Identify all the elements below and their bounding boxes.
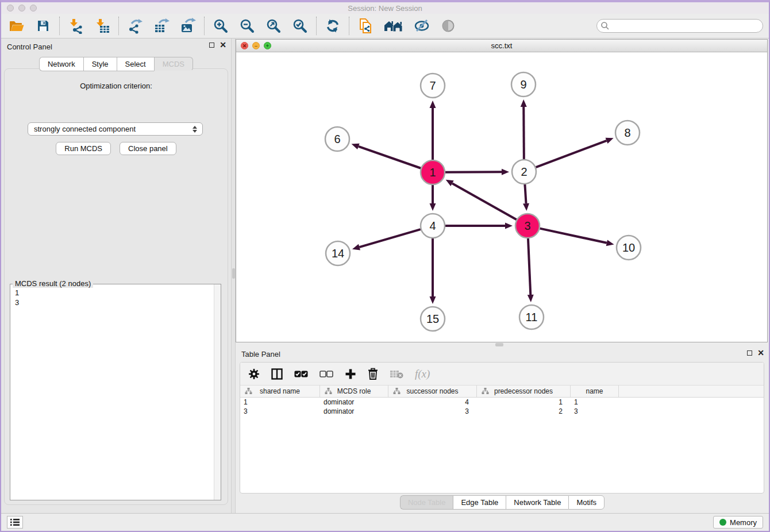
table-row[interactable]: 1 dominator 4 1 1 bbox=[240, 398, 764, 407]
zoom-fit-button[interactable] bbox=[265, 17, 282, 34]
graph-edge-1-6[interactable] bbox=[359, 147, 421, 168]
houses-icon bbox=[384, 20, 403, 32]
hide-graphics-details-button[interactable] bbox=[413, 17, 430, 34]
zoom-in-icon bbox=[213, 18, 228, 33]
tab-select[interactable]: Select bbox=[117, 57, 154, 71]
refresh-icon bbox=[325, 18, 340, 33]
zoom-out-button[interactable] bbox=[238, 17, 256, 34]
apply-layout-button[interactable] bbox=[324, 17, 341, 34]
table-row[interactable]: 3 dominator 3 2 3 bbox=[240, 407, 764, 416]
graph-edge-3-1[interactable] bbox=[452, 183, 517, 219]
result-scrollbar[interactable] bbox=[214, 284, 221, 500]
search-icon bbox=[600, 21, 610, 30]
column-label: predecessor nodes bbox=[494, 387, 553, 395]
graph-node-label: 15 bbox=[426, 313, 439, 325]
hierarchy-icon bbox=[393, 388, 401, 395]
network-window: ✕ – + scc.txt 7968124314101511 bbox=[236, 39, 768, 342]
optimization-criterion-select[interactable]: strongly connected component bbox=[28, 122, 203, 136]
graph-edge-2-3[interactable] bbox=[525, 184, 526, 203]
delete-table-button[interactable] bbox=[390, 369, 403, 379]
close-panel-button[interactable]: Close panel bbox=[120, 142, 176, 155]
unchecked-boxes-icon bbox=[319, 371, 333, 377]
zoom-selected-button[interactable] bbox=[291, 17, 309, 34]
export-image-icon bbox=[180, 18, 196, 34]
add-column-button[interactable] bbox=[345, 368, 356, 380]
duplicate-network-button[interactable] bbox=[357, 17, 374, 34]
table-panel-title: Table Panel bbox=[241, 350, 280, 358]
open-session-button[interactable] bbox=[8, 17, 25, 34]
memory-button[interactable]: Memory bbox=[713, 516, 763, 529]
export-table-button[interactable] bbox=[153, 17, 170, 34]
save-session-button[interactable] bbox=[34, 17, 52, 34]
tab-motifs[interactable]: Motifs bbox=[568, 495, 605, 510]
apply-function-button[interactable]: f(x) bbox=[415, 368, 430, 380]
close-panel-icon[interactable]: ✕ bbox=[220, 43, 226, 48]
table-panel-tabs: Node Table Edge Table Network Table Moti… bbox=[236, 495, 769, 510]
graph-edge-3-10[interactable] bbox=[540, 229, 607, 243]
graph-edge-4-14[interactable] bbox=[359, 229, 420, 247]
select-all-rows-button[interactable] bbox=[294, 371, 308, 377]
graph-node-label: 7 bbox=[429, 79, 436, 92]
tab-mcds[interactable]: MCDS bbox=[154, 57, 193, 71]
plus-icon bbox=[345, 368, 356, 380]
deselect-all-rows-button[interactable] bbox=[319, 371, 333, 377]
checked-boxes-icon bbox=[294, 371, 308, 377]
column-label: name bbox=[586, 387, 603, 395]
tab-edge-table[interactable]: Edge Table bbox=[453, 495, 506, 510]
tab-style[interactable]: Style bbox=[83, 57, 117, 71]
column-header-name[interactable]: name bbox=[571, 385, 619, 397]
splitter-handle[interactable] bbox=[232, 268, 235, 279]
graph-edge-arrowhead bbox=[523, 203, 529, 211]
duplicate-network-icon bbox=[358, 18, 373, 34]
run-mcds-button[interactable]: Run MCDS bbox=[56, 142, 111, 155]
cell-mcds-role: dominator bbox=[320, 407, 388, 416]
dropdown-selected-value: strongly connected component bbox=[34, 125, 136, 133]
delete-columns-button[interactable] bbox=[368, 368, 378, 380]
zoom-in-button[interactable] bbox=[212, 17, 229, 34]
memory-status-dot-icon bbox=[719, 519, 726, 526]
graph-edge-arrowhead bbox=[606, 240, 614, 246]
column-label: shared name bbox=[260, 387, 300, 395]
network-titlebar: ✕ – + scc.txt bbox=[236, 40, 767, 52]
birds-eye-view-button[interactable] bbox=[440, 17, 457, 34]
float-panel-icon[interactable] bbox=[209, 43, 214, 48]
graph-edge-1-2[interactable] bbox=[445, 172, 502, 172]
network-overview-button[interactable] bbox=[383, 17, 404, 34]
graph-node-label: 8 bbox=[624, 126, 630, 139]
search-input[interactable] bbox=[596, 19, 763, 33]
graph-edge-2-8[interactable] bbox=[536, 141, 607, 167]
network-canvas[interactable]: 7968124314101511 bbox=[236, 52, 767, 342]
table-options-button[interactable] bbox=[248, 368, 260, 380]
column-header-shared-name[interactable]: shared name bbox=[240, 385, 320, 397]
status-bar: Memory bbox=[1, 513, 769, 531]
close-table-panel-icon[interactable]: ✕ bbox=[757, 350, 764, 356]
cell-name: 3 bbox=[571, 407, 619, 416]
task-history-button[interactable] bbox=[7, 516, 23, 529]
zoom-fit-icon bbox=[266, 18, 281, 33]
toggle-column-panel-button[interactable] bbox=[271, 368, 283, 380]
graph-edge-arrowhead bbox=[352, 144, 360, 149]
graph-edge-3-11[interactable] bbox=[528, 238, 530, 295]
export-image-button[interactable] bbox=[179, 17, 197, 34]
vertical-splitter[interactable] bbox=[231, 38, 236, 513]
save-floppy-icon bbox=[36, 19, 50, 33]
float-table-panel-icon[interactable] bbox=[747, 350, 752, 356]
import-table-button[interactable] bbox=[94, 17, 111, 34]
column-header-successor-nodes[interactable]: successor nodes bbox=[388, 385, 477, 397]
column-header-mcds-role[interactable]: MCDS role bbox=[320, 385, 388, 397]
import-network-button[interactable] bbox=[67, 17, 84, 34]
tab-network-table[interactable]: Network Table bbox=[506, 495, 568, 510]
export-network-button[interactable] bbox=[126, 17, 144, 34]
hierarchy-icon bbox=[482, 388, 489, 395]
graph-edge-2-9[interactable] bbox=[523, 107, 524, 159]
graph-edge-arrowhead bbox=[505, 223, 513, 229]
tab-node-table[interactable]: Node Table bbox=[400, 495, 453, 510]
mcds-result-title: MCDS result (2 nodes) bbox=[13, 279, 93, 288]
graph-node-label: 11 bbox=[526, 311, 538, 323]
window-title: Session: New Session bbox=[1, 4, 769, 13]
tab-network[interactable]: Network bbox=[39, 57, 83, 71]
column-header-predecessor-nodes[interactable]: predecessor nodes bbox=[477, 385, 571, 397]
hierarchy-icon bbox=[325, 388, 332, 395]
network-graph-svg: 7968124314101511 bbox=[236, 52, 767, 342]
table-toolbar: f(x) bbox=[240, 363, 764, 385]
